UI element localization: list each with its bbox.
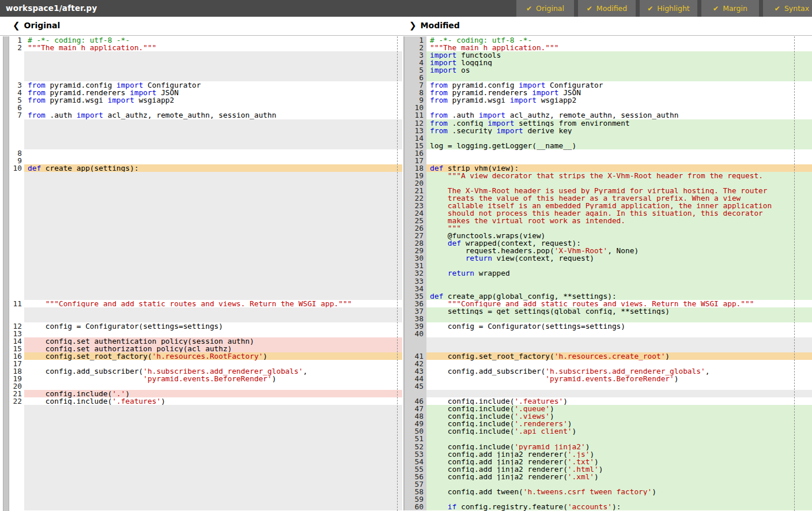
toggle-syntax-button[interactable]: ✔ Syntax <box>763 0 812 17</box>
line-number <box>9 217 24 224</box>
line-number <box>9 405 24 412</box>
code-line <box>24 179 402 187</box>
diff-row <box>9 187 402 194</box>
line-number: 12 <box>9 322 24 330</box>
diff-row <box>9 217 402 224</box>
line-number: 51 <box>403 435 426 442</box>
diff-row: 60 if config.registry.feature('accounts'… <box>403 503 812 510</box>
line-number: 11 <box>403 111 426 119</box>
code-line: import logging <box>426 59 812 66</box>
diff-row <box>9 179 402 187</box>
button-label: Highlight <box>657 4 689 13</box>
code-line <box>24 224 402 232</box>
modified-panel-title: Modified <box>421 21 460 30</box>
code-line <box>24 217 402 224</box>
line-number: 58 <box>403 488 426 495</box>
code-line <box>24 187 402 194</box>
code-line <box>24 254 402 262</box>
diff-row <box>9 277 402 285</box>
line-number <box>9 194 24 202</box>
button-label: Modified <box>596 4 627 13</box>
line-number: 4 <box>9 89 24 96</box>
margin-line-modified <box>794 36 795 511</box>
code-line <box>24 435 402 442</box>
line-number: 16 <box>403 149 426 157</box>
line-number: 32 <box>403 269 426 277</box>
code-line <box>24 134 402 142</box>
original-panel-header: ❮ Original <box>13 20 60 31</box>
code-line: makes the virtual root work as intended. <box>426 217 812 224</box>
diff-row <box>9 405 402 412</box>
diff-row: 9from pyramid.wsgi import wsgiapp2 <box>403 96 812 104</box>
diff-row <box>9 239 402 247</box>
original-panel[interactable]: 1# -*- coding: utf-8 -*-2"""The main h a… <box>0 36 402 511</box>
line-number: 20 <box>403 179 426 187</box>
line-number <box>9 292 24 300</box>
line-number <box>9 458 24 465</box>
line-number <box>9 187 24 194</box>
line-number: 13 <box>403 127 426 134</box>
diff-row <box>9 473 402 480</box>
line-number: 18 <box>403 164 426 172</box>
diff-row <box>9 435 402 442</box>
diff-row: 19 """A view decorator that strips the X… <box>403 172 812 179</box>
line-number: 3 <box>9 81 24 89</box>
line-number: 17 <box>403 157 426 164</box>
code-line <box>426 277 812 285</box>
code-line <box>426 149 812 157</box>
line-number: 53 <box>403 450 426 458</box>
line-number <box>9 488 24 495</box>
code-line <box>24 405 402 412</box>
line-number <box>9 435 24 442</box>
check-icon: ✔ <box>713 5 719 13</box>
toolbar: ✔ Original ✔ Modified ✔ Highlight ✔ Marg… <box>516 0 812 17</box>
code-line: from .security import derive_key <box>426 127 812 134</box>
diff-row <box>9 209 402 217</box>
diff-row <box>9 202 402 209</box>
code-line <box>24 412 402 420</box>
code-line <box>24 232 402 239</box>
diff-row <box>9 503 402 510</box>
chevron-left-icon: ❮ <box>13 20 20 31</box>
diff-row: 41 config.set_root_factory('h.resources.… <box>403 352 812 360</box>
code-line: config.add_tween('h.tweens.csrf_tween_fa… <box>426 488 812 495</box>
toggle-margin-button[interactable]: ✔ Margin <box>701 0 759 17</box>
line-number: 33 <box>403 277 426 285</box>
left-scroll-rail <box>3 36 9 511</box>
code-line <box>24 66 402 74</box>
line-number <box>9 209 24 217</box>
line-number: 10 <box>9 164 24 172</box>
line-number: 9 <box>9 157 24 164</box>
diff-row <box>9 142 402 149</box>
diff-row: 10def create_app(settings): <box>9 164 402 172</box>
diff-row: 15log = logging.getLogger(__name__) <box>403 142 812 149</box>
code-line <box>24 127 402 134</box>
line-number: 34 <box>403 285 426 292</box>
line-number <box>9 142 24 149</box>
diff-row: 5import os <box>403 66 812 74</box>
code-line: 'pyramid.events.BeforeRender') <box>426 375 812 382</box>
diff-row <box>9 488 402 495</box>
code-line <box>426 337 812 345</box>
toggle-modified-button[interactable]: ✔ Modified <box>578 0 636 17</box>
diff-row: 44 'pyramid.events.BeforeRender') <box>403 375 812 382</box>
code-line <box>24 420 402 427</box>
code-line <box>24 458 402 465</box>
line-number <box>9 119 24 127</box>
line-number: 38 <box>403 315 426 322</box>
toggle-original-button[interactable]: ✔ Original <box>516 0 574 17</box>
code-line <box>24 142 402 149</box>
modified-panel[interactable]: 1# -*- coding: utf-8 -*-2"""The main h a… <box>403 36 812 511</box>
code-line: """Configure and add static routes and v… <box>24 300 402 307</box>
line-number <box>9 307 24 315</box>
diff-row <box>9 127 402 134</box>
line-number <box>403 337 426 345</box>
diff-row: 32 return wrapped <box>403 269 812 277</box>
code-line <box>24 480 402 488</box>
code-line <box>24 149 402 157</box>
code-line: return view(context, request) <box>426 254 812 262</box>
code-line <box>24 443 402 450</box>
line-number: 40 <box>403 330 426 337</box>
code-line: from pyramid.wsgi import wsgiapp2 <box>426 96 812 104</box>
toggle-highlight-button[interactable]: ✔ Highlight <box>640 0 697 17</box>
